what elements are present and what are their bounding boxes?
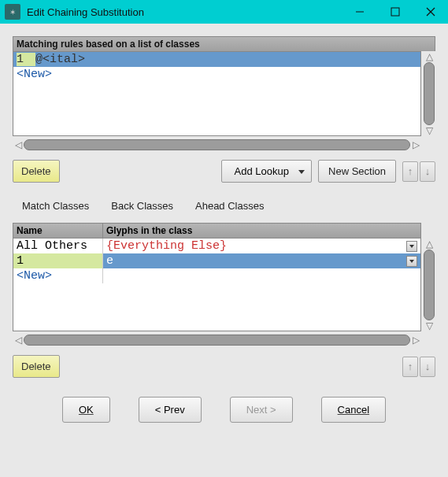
class-tabs: Match Classes Back Classes Ahead Classes [22, 200, 435, 212]
tab-ahead-classes[interactable]: Ahead Classes [195, 200, 264, 212]
window-title: Edit Chaining Substitution [25, 6, 342, 18]
dialog-buttons: OK < Prev Next > Cancel [13, 397, 435, 423]
new-section-button[interactable]: New Section [318, 160, 396, 183]
table-row[interactable]: <New> [13, 268, 420, 283]
ok-button[interactable]: OK [62, 397, 110, 423]
tab-match-classes[interactable]: Match Classes [22, 200, 89, 212]
rules-row[interactable]: <New> [13, 67, 420, 82]
glyph-dropdown-icon[interactable] [406, 256, 417, 267]
tab-back-classes[interactable]: Back Classes [111, 200, 173, 212]
rules-header: Matching rules based on a list of classe… [13, 36, 435, 51]
glyph-dropdown-icon[interactable] [406, 241, 417, 252]
col-name-header: Name [13, 224, 103, 238]
table-horizontal-scrollbar[interactable]: ◁▷ [13, 333, 421, 347]
col-glyphs-header: Glyphs in the class [103, 224, 420, 238]
rules-vertical-scrollbar[interactable]: △▽ [423, 51, 435, 136]
class-table[interactable]: All Others{Everything Else}1e<New> [13, 238, 421, 331]
close-button[interactable] [413, 0, 448, 24]
svg-rect-1 [391, 8, 399, 16]
rules-row[interactable]: 1 @<ital> [13, 52, 420, 67]
cancel-button[interactable]: Cancel [321, 397, 386, 423]
table-row[interactable]: 1e [13, 253, 420, 268]
table-vertical-scrollbar[interactable]: △▽ [423, 238, 435, 331]
app-icon: ✶ [5, 4, 20, 20]
prev-button[interactable]: < Prev [139, 397, 202, 423]
class-table-header: Name Glyphs in the class [13, 223, 421, 238]
add-lookup-label: Add Lookup [235, 165, 289, 177]
move-up-button[interactable]: ↑ [402, 161, 418, 182]
class-move-down-button[interactable]: ↓ [420, 357, 435, 377]
maximize-button[interactable] [377, 0, 413, 24]
add-lookup-dropdown[interactable]: Add Lookup [221, 160, 312, 183]
rules-list[interactable]: 1 @<ital><New> [13, 51, 421, 136]
move-down-button[interactable]: ↓ [420, 161, 435, 182]
delete-class-button[interactable]: Delete [13, 355, 60, 378]
table-row[interactable]: All Others{Everything Else} [13, 238, 420, 253]
minimize-button[interactable] [342, 0, 377, 24]
class-move-up-button[interactable]: ↑ [402, 357, 418, 377]
next-button: Next > [230, 397, 293, 423]
delete-rule-button[interactable]: Delete [13, 160, 60, 183]
rules-horizontal-scrollbar[interactable]: ◁▷ [13, 138, 421, 152]
titlebar: ✶ Edit Chaining Substitution [0, 0, 448, 24]
